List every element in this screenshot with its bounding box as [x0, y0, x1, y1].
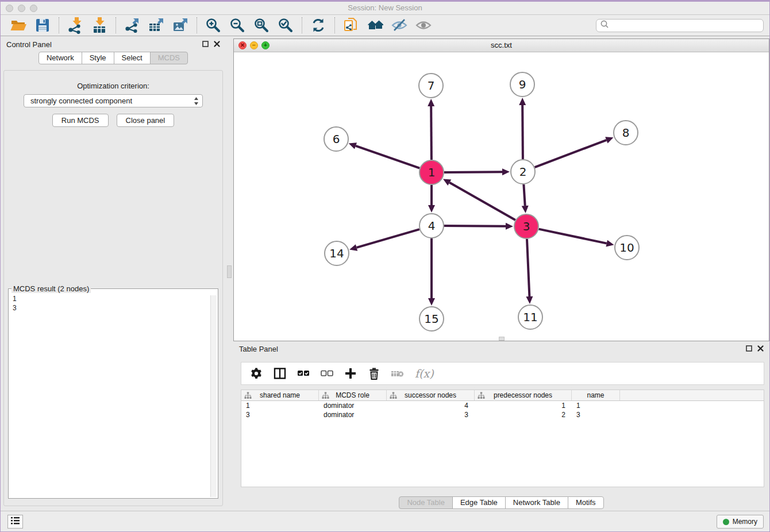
graph-node-7[interactable]: 7 — [419, 74, 443, 98]
column-header-shared-name[interactable]: shared name — [241, 390, 319, 400]
task-history-button[interactable] — [7, 515, 23, 529]
result-scrollbar[interactable] — [210, 295, 217, 497]
svg-text:1: 1 — [428, 165, 436, 179]
maximize-view-button[interactable]: + — [261, 41, 270, 49]
canvas-splitter-grip[interactable] — [499, 337, 505, 341]
export-network-icon[interactable] — [123, 16, 141, 34]
toolbar-separator — [302, 17, 302, 33]
zoom-window-button[interactable] — [30, 5, 37, 12]
function-builder-icon: f(x) — [415, 367, 434, 380]
table-tab-network-table[interactable]: Network Table — [505, 496, 568, 509]
delete-column-icon[interactable] — [367, 366, 382, 381]
close-table-panel-icon[interactable] — [757, 345, 764, 353]
deselect-all-icon[interactable] — [319, 366, 334, 381]
toolbar-separator — [116, 17, 116, 33]
table-panel-header: Table Panel — [233, 341, 769, 356]
table-row[interactable]: 3dominator323 — [241, 410, 764, 419]
column-header-MCDS-role[interactable]: MCDS role — [319, 390, 387, 400]
export-image-icon[interactable] — [171, 16, 190, 34]
delete-table-icon — [390, 366, 405, 381]
graph-node-11[interactable]: 11 — [518, 305, 542, 329]
float-table-panel-icon[interactable] — [746, 345, 752, 353]
table-tabs: Node TableEdge TableNetwork TableMotifs — [233, 496, 769, 509]
search-icon — [600, 20, 609, 30]
zoom-fit-icon[interactable] — [252, 16, 271, 34]
zoom-out-icon[interactable] — [228, 16, 247, 34]
column-type-icon — [478, 392, 485, 399]
window-controls — [6, 5, 37, 12]
control-panel: Control Panel NetworkStyleSelectMCDS Opt… — [1, 37, 226, 511]
table-tab-edge-table[interactable]: Edge Table — [452, 496, 506, 509]
memory-status-icon — [723, 519, 729, 525]
zoom-in-icon[interactable] — [204, 16, 222, 34]
save-session-icon[interactable] — [33, 16, 52, 34]
graph-node-2[interactable]: 2 — [511, 160, 535, 184]
panel-splitter[interactable] — [226, 37, 233, 511]
graph-node-1[interactable]: 1 — [419, 160, 444, 184]
cell-shared-name: 1 — [241, 401, 319, 410]
node-table[interactable]: shared nameMCDS rolesuccessor nodesprede… — [241, 390, 764, 487]
minimize-window-button[interactable] — [18, 5, 25, 12]
cell-name: 1 — [572, 401, 620, 410]
graph-node-8[interactable]: 8 — [614, 121, 638, 145]
column-header-successor-nodes[interactable]: successor nodes — [387, 390, 475, 400]
tab-mcds[interactable]: MCDS — [150, 52, 188, 64]
tab-select[interactable]: Select — [114, 52, 151, 64]
add-column-icon[interactable] — [343, 366, 358, 381]
network-canvas[interactable]: 7968124314101511 — [234, 52, 769, 341]
graph-node-15[interactable]: 15 — [419, 307, 444, 331]
clone-network-icon[interactable] — [342, 16, 360, 34]
import-network-icon[interactable] — [66, 16, 84, 34]
toolbar-separator — [59, 17, 59, 33]
home-icon[interactable] — [366, 16, 384, 34]
graph-node-3[interactable]: 3 — [514, 214, 538, 238]
export-table-icon[interactable] — [147, 16, 165, 34]
close-panel-icon[interactable] — [214, 40, 220, 49]
close-window-button[interactable] — [6, 5, 13, 12]
float-panel-icon[interactable] — [202, 40, 209, 49]
table-row[interactable]: 1dominator411 — [241, 401, 764, 410]
tab-network[interactable]: Network — [38, 52, 82, 64]
import-table-icon[interactable] — [90, 16, 109, 34]
columns-icon[interactable] — [272, 366, 287, 381]
network-graph[interactable]: 7968124314101511 — [234, 52, 769, 341]
graph-node-14[interactable]: 14 — [325, 241, 349, 265]
tab-style[interactable]: Style — [82, 52, 114, 64]
zoom-selected-icon[interactable] — [276, 16, 295, 34]
select-stepper-icon — [194, 97, 199, 107]
svg-text:6: 6 — [333, 132, 340, 146]
status-bar: Memory — [1, 511, 769, 531]
table-tab-node-table[interactable]: Node Table — [399, 496, 453, 509]
toolbar-separator — [197, 17, 197, 33]
column-header-predecessor-nodes[interactable]: predecessor nodes — [475, 390, 572, 400]
close-view-button[interactable]: ✕ — [238, 41, 247, 49]
column-type-icon — [244, 392, 252, 399]
graph-node-9[interactable]: 9 — [510, 72, 534, 97]
select-all-icon[interactable] — [296, 366, 311, 381]
column-header-name[interactable]: name — [572, 390, 620, 400]
memory-button[interactable]: Memory — [717, 515, 764, 529]
close-panel-button[interactable]: Close panel — [117, 114, 175, 127]
graph-node-6[interactable]: 6 — [324, 127, 348, 151]
search-input[interactable] — [611, 21, 763, 29]
splitter-grip[interactable] — [227, 265, 232, 278]
search-box[interactable] — [596, 19, 764, 32]
table-tab-motifs[interactable]: Motifs — [568, 496, 604, 509]
show-all-icon[interactable] — [414, 16, 433, 34]
svg-text:7: 7 — [428, 79, 435, 92]
svg-text:15: 15 — [424, 312, 438, 326]
open-session-icon[interactable] — [9, 16, 28, 34]
svg-text:8: 8 — [622, 126, 630, 140]
refresh-icon[interactable] — [309, 16, 328, 34]
cell-predecessor-nodes: 2 — [475, 410, 572, 419]
graph-node-4[interactable]: 4 — [419, 214, 444, 238]
minimize-view-button[interactable]: − — [250, 41, 258, 49]
hide-selected-icon[interactable] — [390, 16, 409, 34]
gear-icon[interactable] — [249, 366, 264, 381]
run-mcds-button[interactable]: Run MCDS — [52, 114, 109, 127]
control-panel-tabs: NetworkStyleSelectMCDS — [1, 52, 226, 64]
graph-node-10[interactable]: 10 — [615, 236, 639, 260]
optimization-criterion-label: Optimization criterion: — [4, 82, 222, 90]
result-node: 1 — [13, 294, 206, 303]
criterion-select[interactable]: strongly connected component — [24, 94, 203, 107]
